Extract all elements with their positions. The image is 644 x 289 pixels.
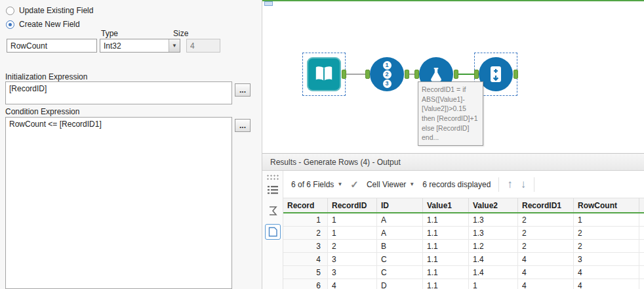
canvas-tab-indicator bbox=[264, 1, 273, 6]
table-cell[interactable]: 2 bbox=[574, 240, 639, 252]
table-cell[interactable]: 4 bbox=[518, 266, 574, 278]
results-view-icon-strip bbox=[262, 171, 283, 289]
table-cell[interactable]: 1.1 bbox=[423, 279, 469, 289]
table-cell[interactable]: 1.4 bbox=[469, 253, 518, 265]
column-header[interactable]: Record bbox=[283, 198, 328, 212]
generate-rows-tool[interactable] bbox=[479, 57, 513, 91]
results-header-row: RecordRecordIDIDValue1Value2RecordID1Row… bbox=[283, 198, 644, 213]
metadata-view-icon[interactable] bbox=[265, 203, 281, 219]
output-anchor[interactable] bbox=[513, 70, 518, 79]
table-cell[interactable]: 1.1 bbox=[423, 253, 469, 265]
table-cell[interactable]: 2 bbox=[518, 227, 574, 239]
table-cell[interactable]: A bbox=[377, 227, 423, 239]
table-cell[interactable]: 1.1 bbox=[423, 266, 469, 278]
connector-line[interactable] bbox=[346, 74, 365, 75]
recordid-tool[interactable]: 1 2 3 bbox=[370, 57, 404, 91]
radio-update-existing-field[interactable]: Update Existing Field bbox=[6, 6, 93, 15]
column-header[interactable]: RowCount bbox=[574, 198, 639, 212]
table-row: 21A1.11.322 bbox=[283, 227, 644, 240]
table-cell[interactable]: D bbox=[377, 279, 423, 289]
column-header[interactable]: Value1 bbox=[423, 198, 469, 212]
table-cell[interactable]: 4 bbox=[518, 253, 574, 265]
table-cell[interactable]: 1 bbox=[328, 213, 377, 226]
radio-label: Create New Field bbox=[19, 20, 80, 29]
table-cell[interactable]: 1.3 bbox=[469, 213, 518, 226]
scroll-up-button[interactable]: ↑ bbox=[507, 179, 513, 190]
table-cell[interactable]: 4 bbox=[574, 266, 639, 278]
radio-create-new-field[interactable]: Create New Field bbox=[6, 20, 80, 29]
table-row: 11A1.11.321 bbox=[283, 213, 644, 227]
radio-button-icon[interactable] bbox=[6, 7, 14, 15]
table-cell[interactable]: 1 bbox=[574, 213, 639, 226]
connector-line[interactable] bbox=[458, 74, 474, 75]
column-header[interactable]: RecordID bbox=[328, 198, 377, 212]
table-view-icon[interactable] bbox=[265, 182, 281, 198]
table-cell[interactable]: 1.2 bbox=[469, 240, 518, 252]
open-book-icon bbox=[313, 63, 335, 85]
connector-line[interactable] bbox=[409, 74, 414, 75]
table-cell[interactable]: C bbox=[377, 253, 423, 265]
tool-configuration-panel: Update Existing Field Create New Field T… bbox=[0, 0, 262, 289]
table-cell[interactable]: A bbox=[377, 213, 423, 226]
initialization-expression-input[interactable]: [RecordID] bbox=[5, 81, 232, 104]
record-number-cell[interactable]: 5 bbox=[283, 266, 328, 278]
table-cell[interactable]: C bbox=[377, 266, 423, 278]
type-dropdown[interactable]: Int32 ▼ bbox=[100, 39, 180, 53]
column-header[interactable]: RecordID1 bbox=[518, 198, 574, 212]
cell-viewer-label: Cell Viewer bbox=[367, 180, 406, 189]
table-cell[interactable]: 4 bbox=[328, 279, 377, 289]
column-header[interactable]: Value2 bbox=[469, 198, 518, 212]
table-cell[interactable]: 3 bbox=[574, 253, 639, 265]
cell-viewer-dropdown[interactable]: Cell Viewer ▼ bbox=[367, 180, 414, 189]
chevron-down-icon: ▼ bbox=[409, 181, 414, 187]
table-cell[interactable]: B bbox=[377, 240, 423, 252]
table-cell[interactable]: 1.1 bbox=[423, 240, 469, 252]
digit-badge: 2 bbox=[383, 70, 392, 79]
record-number-cell[interactable]: 2 bbox=[283, 227, 328, 239]
type-label: Type bbox=[101, 29, 118, 38]
scroll-down-button[interactable]: ↓ bbox=[521, 179, 527, 190]
input-data-tool[interactable] bbox=[307, 57, 341, 91]
record-number-cell[interactable]: 3 bbox=[283, 240, 328, 252]
radio-button-selected-icon[interactable] bbox=[6, 20, 14, 29]
workflow-canvas[interactable]: 1 2 3 RecordID1 = if ABS bbox=[262, 0, 644, 153]
report-view-icon[interactable] bbox=[265, 224, 281, 240]
output-anchor[interactable] bbox=[454, 70, 458, 79]
condition-expression-input[interactable]: RowCount <= [RecordID1] bbox=[5, 117, 232, 289]
add-rows-icon bbox=[485, 64, 506, 85]
input-anchor[interactable] bbox=[365, 70, 370, 79]
table-cell[interactable]: 1 bbox=[469, 279, 518, 289]
initialization-expression-browse-button[interactable]: ... bbox=[235, 83, 251, 97]
table-cell[interactable]: 2 bbox=[518, 213, 574, 226]
chevron-down-icon[interactable]: ▼ bbox=[169, 39, 180, 52]
column-header[interactable]: ID bbox=[377, 198, 423, 212]
results-panel: Results - Generate Rows (4) - Output bbox=[262, 153, 644, 289]
record-number-cell[interactable]: 6 bbox=[283, 279, 328, 289]
table-cell[interactable]: 2 bbox=[328, 240, 377, 252]
tool-annotation-tooltip: RecordID1 = if ABS([Value1]-[Value2])>0.… bbox=[418, 81, 483, 146]
condition-expression-browse-button[interactable]: ... bbox=[235, 119, 251, 132]
table-cell[interactable]: 3 bbox=[328, 253, 377, 265]
condition-expression-label: Condition Expression bbox=[5, 107, 79, 116]
table-cell[interactable]: 1.4 bbox=[469, 266, 518, 278]
table-cell[interactable]: 3 bbox=[328, 266, 377, 278]
input-anchor[interactable] bbox=[474, 70, 479, 79]
field-name-input[interactable] bbox=[7, 39, 97, 53]
table-cell[interactable]: 2 bbox=[574, 227, 639, 239]
table-cell[interactable]: 1 bbox=[328, 227, 377, 239]
fields-dropdown[interactable]: 6 of 6 Fields ▼ bbox=[291, 180, 342, 189]
record-number-cell[interactable]: 1 bbox=[283, 213, 328, 226]
table-cell[interactable]: 1.1 bbox=[423, 227, 469, 239]
table-cell[interactable]: 4 bbox=[518, 279, 574, 289]
table-cell[interactable]: 1.3 bbox=[469, 227, 518, 239]
table-cell[interactable]: 1.1 bbox=[423, 213, 469, 226]
output-anchor[interactable] bbox=[342, 70, 346, 79]
input-anchor[interactable] bbox=[414, 70, 419, 79]
drag-handle-icon[interactable] bbox=[266, 174, 279, 180]
table-cell[interactable]: 4 bbox=[574, 279, 639, 289]
output-anchor[interactable] bbox=[405, 70, 409, 79]
table-cell[interactable]: 2 bbox=[518, 240, 574, 252]
record-number-cell[interactable]: 4 bbox=[283, 253, 328, 265]
apply-check-button[interactable]: ✓ bbox=[350, 179, 359, 190]
table-row: 64D1.1144 bbox=[283, 279, 644, 289]
